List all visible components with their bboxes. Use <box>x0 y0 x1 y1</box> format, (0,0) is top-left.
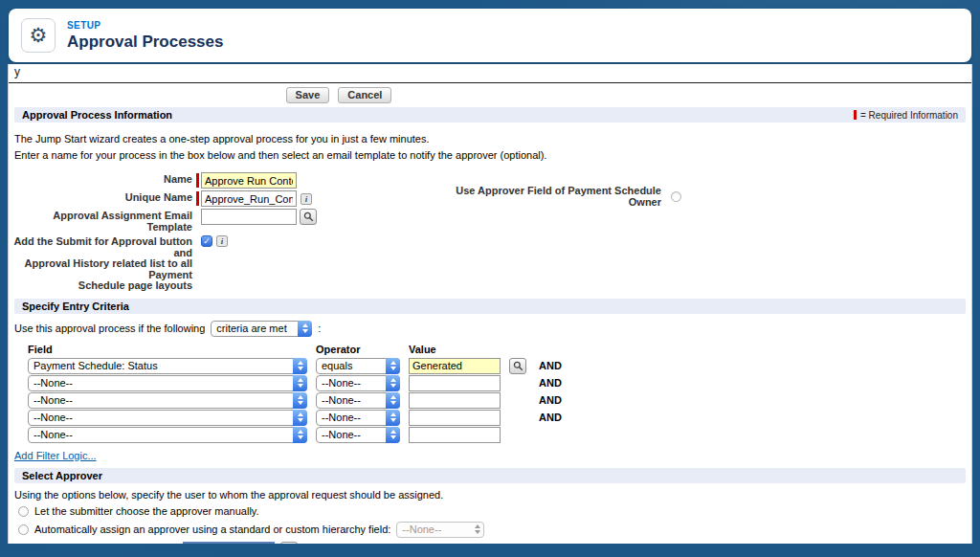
criteria-row: --None-- --None-- AND <box>28 392 971 409</box>
dropdown-arrows-icon <box>386 358 400 374</box>
add-submit-field-row: Add the Submit for Approval button and A… <box>9 234 971 292</box>
section-header-select-approver: Select Approver <box>14 468 966 483</box>
dropdown-arrows-icon <box>293 375 307 391</box>
approver-option-hierarchy: Automatically assign an approver using a… <box>18 522 971 538</box>
magnifier-glyph <box>513 361 523 371</box>
name-input[interactable] <box>201 172 297 189</box>
field-select[interactable]: --None-- <box>28 427 307 443</box>
approver-option-queue: Automatically assign to queue. <box>18 542 971 545</box>
dropdown-arrows-icon <box>386 392 400 409</box>
required-information-legend: = Required Information <box>854 110 958 121</box>
operator-select[interactable]: --None-- <box>316 375 400 391</box>
required-marker-icon <box>196 173 199 188</box>
top-button-row: Save Cancel <box>9 83 669 107</box>
criteria-intro-text: Use this approval process if the followi… <box>14 323 205 334</box>
queue-input[interactable] <box>183 542 275 545</box>
option-label: Automatically assign an approver using a… <box>34 524 390 535</box>
cancel-button[interactable]: Cancel <box>338 87 391 103</box>
criteria-table-header: Field Operator Value <box>28 344 971 356</box>
email-template-label: Approval Assignment Email Template <box>9 209 196 233</box>
email-template-field-row: Approval Assignment Email Template <box>9 209 971 233</box>
dropdown-arrows-icon <box>386 375 400 391</box>
and-conjunction-label: AND <box>539 394 577 406</box>
setup-header-text: SETUP Approval Processes <box>67 20 223 52</box>
setup-header: ⚙ SETUP Approval Processes <box>9 9 971 62</box>
criteria-row: --None-- --None-- <box>28 427 971 443</box>
info-icon[interactable]: i <box>216 235 228 247</box>
value-column-header: Value <box>409 344 501 355</box>
dropdown-arrows-icon <box>386 427 400 443</box>
approver-option-manual: Let the submitter choose the approver ma… <box>18 505 971 518</box>
value-input[interactable] <box>409 358 501 374</box>
criteria-row: Payment Schedule: Status equals AND <box>28 358 971 374</box>
jump-start-intro-line1: The Jump Start wizard creates a one-step… <box>14 133 971 145</box>
add-submit-checkbox[interactable]: ✓ <box>201 235 212 247</box>
hierarchy-field-select: --None-- <box>396 522 484 538</box>
setup-label: SETUP <box>67 20 223 31</box>
lookup-icon[interactable] <box>280 542 298 545</box>
use-approver-field-label: Use Approver Field of Payment Schedule O… <box>411 186 661 208</box>
radio-button[interactable] <box>18 506 29 517</box>
field-column-header: Field <box>28 344 307 355</box>
dropdown-arrows-icon <box>470 522 484 538</box>
lookup-icon[interactable] <box>509 358 526 374</box>
operator-select[interactable]: equals <box>316 358 400 374</box>
option-label: Let the submitter choose the approver ma… <box>34 505 259 517</box>
lookup-icon[interactable] <box>300 209 317 225</box>
radio-button[interactable] <box>18 524 29 535</box>
criteria-mode-select[interactable]: criteria are met <box>211 321 312 337</box>
and-conjunction-label: AND <box>539 360 577 371</box>
operator-select[interactable]: --None-- <box>316 410 400 426</box>
and-conjunction-label: AND <box>539 377 577 389</box>
use-approver-field-checkbox[interactable] <box>671 191 681 202</box>
salesforce-setup-approval-processes: { "colors": { "brand_blue": "#0070d2", "… <box>0 0 980 557</box>
field-select[interactable]: --None-- <box>28 410 307 426</box>
setup-gear-icon: ⚙ <box>21 18 56 53</box>
value-input[interactable] <box>409 410 501 426</box>
field-select[interactable]: --None-- <box>28 392 307 409</box>
criteria-intro-colon: : <box>318 323 321 334</box>
value-input[interactable] <box>409 392 501 409</box>
dropdown-arrows-icon <box>293 358 307 374</box>
add-submit-label: Add the Submit for Approval button and A… <box>9 234 196 292</box>
dropdown-arrows-icon <box>386 410 400 426</box>
value-input[interactable] <box>409 427 501 443</box>
approver-options: Let the submitter choose the approver ma… <box>18 505 971 545</box>
email-template-input[interactable] <box>201 209 297 225</box>
operator-column-header: Operator <box>316 344 400 355</box>
field-select[interactable]: --None-- <box>28 375 307 391</box>
required-marker-icon <box>196 191 199 206</box>
classic-setup-frame: y Save Cancel Approval Process Informati… <box>8 64 972 544</box>
and-conjunction-label: AND <box>539 412 577 423</box>
operator-select[interactable]: --None-- <box>316 392 400 409</box>
name-label: Name <box>9 172 196 186</box>
magnifier-glyph <box>303 212 314 222</box>
dropdown-arrows-icon <box>293 427 307 443</box>
add-filter-logic-link[interactable]: Add Filter Logic... <box>14 450 97 461</box>
section-header-specify-entry-criteria: Specify Entry Criteria <box>14 299 966 314</box>
dropdown-arrows-icon <box>293 392 307 409</box>
operator-select[interactable]: --None-- <box>316 427 400 443</box>
approver-intro-text: Using the options below, specify the use… <box>14 489 971 501</box>
dropdown-arrows-icon <box>298 321 312 337</box>
criteria-table: Field Operator Value Payment Schedule: S… <box>28 344 971 443</box>
clipped-text-fragment: y <box>9 64 971 83</box>
criteria-row: --None-- --None-- AND <box>28 410 971 426</box>
field-select[interactable]: Payment Schedule: Status <box>28 358 307 374</box>
unique-name-label: Unique Name <box>9 190 196 204</box>
criteria-row: --None-- --None-- AND <box>28 375 971 391</box>
section-header-approval-process-information: Approval Process Information = Required … <box>14 107 966 123</box>
page-title: Approval Processes <box>67 33 223 52</box>
save-button[interactable]: Save <box>286 87 330 103</box>
required-marker-icon <box>854 110 857 120</box>
value-input[interactable] <box>409 375 501 391</box>
approval-info-form: Name Unique Name i Approval Assignment E… <box>9 172 971 292</box>
jump-start-intro-line2: Enter a name for your process in the box… <box>14 149 971 161</box>
criteria-intro-line: Use this approval process if the followi… <box>14 321 971 337</box>
dropdown-arrows-icon <box>293 410 307 426</box>
unique-name-input[interactable] <box>201 190 297 207</box>
info-icon[interactable]: i <box>301 193 312 205</box>
